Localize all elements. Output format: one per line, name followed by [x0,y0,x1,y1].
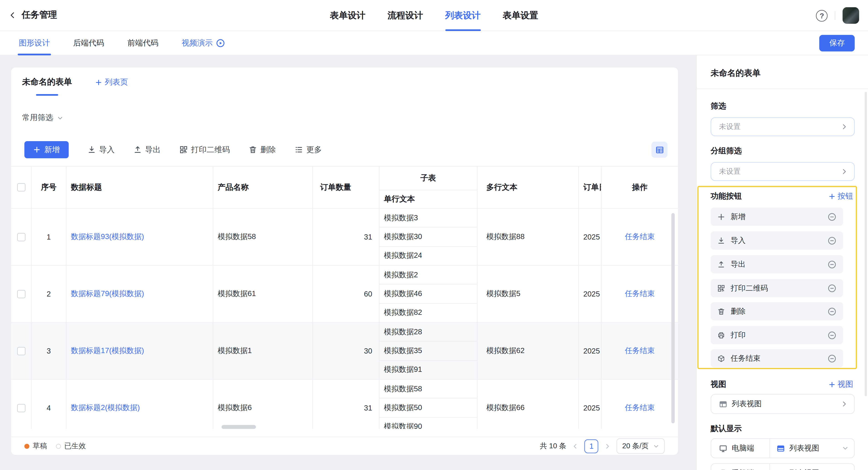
subtable-cell: 模拟数据50 [379,399,477,417]
save-button[interactable]: 保存 [819,35,855,51]
select-all-checkbox[interactable] [17,183,25,192]
tab-list-design[interactable]: 列表设计 [445,0,480,31]
tab-unnamed-form[interactable]: 未命名的表单 [22,67,72,97]
export-button[interactable]: 导出 [133,145,161,155]
divider [697,89,868,89]
row-multi-text: 模拟数据62 [477,323,579,379]
tab-form-settings[interactable]: 表单设置 [503,0,538,31]
row-seq: 1 [31,208,66,265]
subtable-cell: 模拟数据2 [379,266,477,284]
page-number-button[interactable]: 1 [585,439,598,453]
tab-backend-code[interactable]: 后端代码 [73,31,104,56]
list-view-label: 列表视图 [732,399,836,409]
chevron-right-icon [841,124,847,130]
row-title-link[interactable]: 数据标题17(模拟数据) [71,346,144,356]
remove-circle-icon[interactable] [828,331,836,339]
default-display-mobile[interactable]: 手机端 列表视图 [711,463,855,470]
default-display-pc[interactable]: 电脑端 列表视图 [711,438,855,458]
common-filter-dropdown[interactable]: 常用筛选 [22,113,63,123]
function-button-end-task[interactable]: 任务结束 [711,349,843,368]
row-checkbox[interactable] [17,347,25,355]
add-list-page-button[interactable]: 列表页 [95,77,128,87]
qr-code-icon [180,145,188,154]
print-qr-button[interactable]: 打印二维码 [180,145,230,155]
pc-view-label: 列表视图 [789,443,819,453]
row-action-link[interactable]: 任务结束 [625,346,655,356]
panel-scrollbar[interactable] [865,92,867,396]
function-button-add[interactable]: 新增 [711,208,843,226]
remove-circle-icon[interactable] [828,236,836,245]
top-tab-bar: 表单设计 流程设计 列表设计 表单设置 [0,0,868,31]
function-button-label: 任务结束 [731,353,822,363]
row-order-date: 2025 [579,208,601,265]
import-button[interactable]: 导入 [88,145,115,155]
add-button-link[interactable]: 按钮 [829,192,853,202]
remove-circle-icon[interactable] [828,283,836,293]
row-title-link[interactable]: 数据标题2(模拟数据) [71,403,140,413]
tab-frontend-code[interactable]: 前端代码 [127,31,158,56]
tab-graphic-design[interactable]: 图形设计 [19,31,50,56]
row-seq: 2 [31,266,66,322]
subtable-cell: 模拟数据46 [379,284,477,304]
remove-circle-icon[interactable] [828,354,836,363]
function-button-label: 导入 [731,235,822,245]
row-title-link[interactable]: 数据标题93(模拟数据) [71,232,144,242]
delete-button[interactable]: 删除 [249,145,276,155]
column-settings-button[interactable] [651,142,668,158]
row-checkbox[interactable] [17,233,25,241]
function-buttons-label: 功能按钮 [711,192,742,202]
tab-form-design[interactable]: 表单设计 [330,0,365,31]
device-pc: 电脑端 [711,439,770,458]
print-qr-label: 打印二维码 [191,145,230,155]
more-button[interactable]: 更多 [295,145,322,155]
function-button-print[interactable]: 打印 [711,326,843,344]
function-button-import[interactable]: 导入 [711,231,843,250]
filter-section-label: 筛选 [711,101,726,111]
device-mobile: 手机端 [711,464,770,470]
plus-icon [95,79,102,86]
divider [835,11,835,20]
row-checkbox[interactable] [17,404,25,412]
remove-circle-icon[interactable] [828,212,836,221]
vertical-scrollbar[interactable] [671,213,675,424]
page-size-select[interactable]: 20 条/页 [617,438,665,454]
row-action-link[interactable]: 任务结束 [625,232,655,242]
trash-icon [717,307,725,315]
group-filter-value: 未设置 [719,166,841,176]
function-button-label: 打印二维码 [731,283,822,293]
tab-flow-design[interactable]: 流程设计 [388,0,423,31]
help-icon[interactable]: ? [816,10,828,21]
remove-circle-icon[interactable] [828,260,836,269]
avatar[interactable] [843,7,859,24]
add-record-button[interactable]: 新增 [25,141,69,158]
row-action-link[interactable]: 任务结束 [625,403,655,413]
horizontal-scrollbar[interactable] [222,425,256,429]
group-filter-setting[interactable]: 未设置 [711,162,855,181]
row-checkbox[interactable] [17,290,25,298]
video-demo-link[interactable]: 视频演示 [182,31,225,56]
row-title-link[interactable]: 数据标题79(模拟数据) [71,289,144,299]
function-button-delete[interactable]: 删除 [711,302,843,321]
list-view-item[interactable]: 列表视图 [711,394,855,414]
col-header-multi-text: 多行文本 [477,166,579,208]
row-multi-text: 模拟数据66 [477,379,579,429]
add-view-link[interactable]: 视图 [829,379,853,390]
row-order-date: 2025 [579,323,601,379]
row-action-link[interactable]: 任务结束 [625,289,655,299]
function-button-label: 删除 [731,306,822,316]
function-button-print-qr[interactable]: 打印二维码 [711,279,843,297]
pc-view-select[interactable]: 列表视图 [770,443,854,453]
row-subtable: 模拟数据28 模拟数据35 模拟数据91 [379,323,477,379]
next-page-button[interactable] [604,443,611,449]
import-label: 导入 [99,145,115,155]
function-button-export[interactable]: 导出 [711,255,843,273]
filter-setting[interactable]: 未设置 [711,118,855,136]
default-display-label: 默认显示 [711,424,742,434]
remove-circle-icon[interactable] [828,307,836,316]
list-designer-card: 未命名的表单 列表页 常用筛选 新增 导入 导出 [11,67,678,455]
subtable-cell: 模拟数据35 [379,341,477,361]
list-view-icon [777,444,785,452]
mobile-view-select[interactable]: 列表视图 [770,468,854,470]
prev-page-button[interactable] [572,443,579,449]
col-header-subtable: 子表 单行文本 [379,166,477,208]
